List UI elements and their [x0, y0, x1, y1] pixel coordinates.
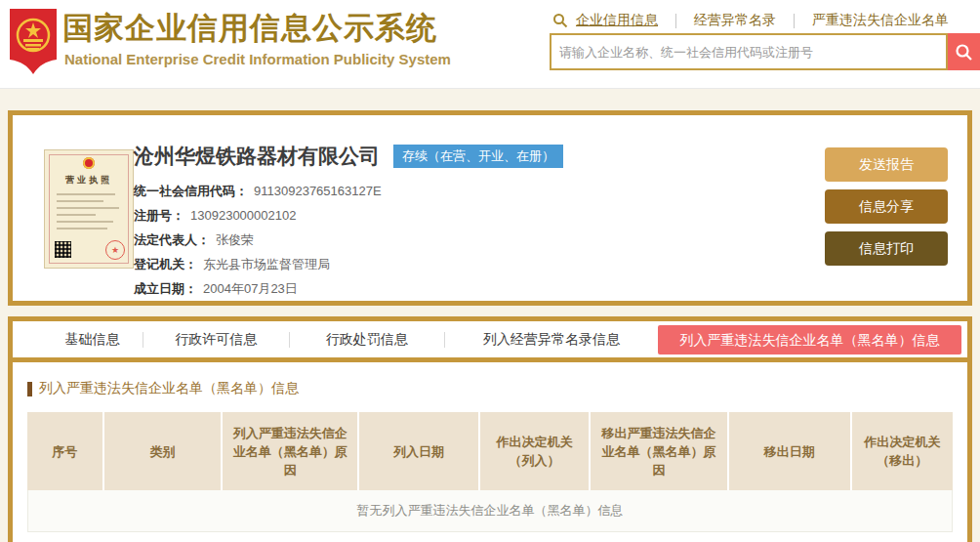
company-summary-panel: 营业执照 ★ 沧州华煜铁路器材有限公司 存续（在营、开业、在册） 统一社会信用代…	[8, 110, 972, 306]
blacklist-section-heading: 列入严重违法失信企业名单（黑名单）信息	[27, 380, 967, 397]
tab-bar: 基础信息 行政许可信息 行政处罚信息 列入经营异常名录信息 列入严重违法失信企业…	[13, 321, 967, 362]
nav-divider	[794, 14, 795, 28]
empty-state-message: 暂无列入严重违法失信企业名单（黑名单）信息	[27, 490, 953, 532]
col-removal-reason: 移出严重违法失信企业名单（黑名单）原因	[590, 412, 727, 490]
search-icon	[955, 43, 973, 62]
license-text-lines	[57, 193, 121, 234]
site-header: 国家企业信用信息公示系统 National Enterprise Credit …	[0, 0, 980, 89]
field-registration-number: 注册号：130923000002102	[134, 203, 563, 228]
search-bar	[550, 33, 980, 70]
business-license-image[interactable]: 营业执照 ★	[44, 149, 134, 269]
detail-panel: 基础信息 行政许可信息 行政处罚信息 列入经营异常名录信息 列入严重违法失信企业…	[8, 316, 972, 542]
site-subtitle: National Enterprise Credit Information P…	[64, 51, 451, 67]
table-header-row: 序号 类别 列入严重违法失信企业名单（黑名单）原因 列入日期 作出决定机关（列入…	[27, 412, 953, 490]
col-inclusion-reason: 列入严重违法失信企业名单（黑名单）原因	[222, 412, 358, 490]
print-info-button[interactable]: 信息打印	[825, 231, 948, 266]
tab-administrative-penalty[interactable]: 行政处罚信息	[290, 331, 444, 349]
license-emblem-icon	[83, 157, 95, 169]
col-inclusion-date: 列入日期	[358, 412, 478, 490]
search-icon	[552, 13, 568, 28]
search-button[interactable]	[948, 33, 980, 70]
col-removal-authority: 作出决定机关（移出）	[851, 412, 953, 490]
tab-administrative-licensing[interactable]: 行政许可信息	[143, 331, 289, 349]
license-qr-code-icon	[55, 241, 71, 258]
search-input[interactable]	[550, 33, 948, 70]
heading-marker	[27, 382, 32, 396]
license-title: 营业执照	[45, 174, 133, 187]
company-action-buttons: 发送报告 信息分享 信息打印	[825, 147, 948, 273]
field-credit-code: 统一社会信用代码：91130923765163127E	[134, 179, 563, 203]
site-title: 国家企业信用信息公示系统	[62, 8, 437, 49]
col-serial-number: 序号	[27, 412, 103, 490]
status-badge: 存续（在营、开业、在册）	[393, 145, 563, 168]
company-name: 沧州华煜铁路器材有限公司	[134, 143, 380, 170]
col-inclusion-authority: 作出决定机关（列入）	[479, 412, 591, 490]
col-category: 类别	[103, 412, 222, 490]
col-removal-date: 移出日期	[728, 412, 851, 490]
top-nav: 企业信用信息 经营异常名录 严重违法失信企业名单	[552, 12, 949, 29]
tab-blacklist-active[interactable]: 列入严重违法失信企业名单（黑名单）信息	[658, 325, 961, 354]
field-legal-representative: 法定代表人：张俊荣	[134, 228, 563, 252]
send-report-button[interactable]: 发送报告	[825, 147, 948, 182]
company-info: 沧州华煜铁路器材有限公司 存续（在营、开业、在册） 统一社会信用代码：91130…	[134, 143, 563, 301]
license-seal-icon: ★	[105, 240, 125, 260]
field-registration-authority: 登记机关：东光县市场监督管理局	[134, 252, 563, 276]
tab-abnormal-operations-list[interactable]: 列入经营异常名录信息	[445, 331, 658, 349]
national-emblem-logo	[9, 8, 58, 80]
share-info-button[interactable]: 信息分享	[825, 189, 948, 224]
blacklist-table: 序号 类别 列入严重违法失信企业名单（黑名单）原因 列入日期 作出决定机关（列入…	[27, 412, 953, 490]
nav-link-enterprise-credit[interactable]: 企业信用信息	[576, 12, 658, 29]
field-establishment-date: 成立日期：2004年07月23日	[134, 276, 563, 301]
nav-link-abnormal-operations[interactable]: 经营异常名录	[694, 12, 776, 29]
nav-divider	[675, 14, 676, 28]
nav-link-serious-violations[interactable]: 严重违法失信企业名单	[812, 12, 949, 29]
company-fields: 统一社会信用代码：91130923765163127E 注册号：13092300…	[134, 179, 563, 301]
tab-basic-info[interactable]: 基础信息	[42, 331, 143, 349]
